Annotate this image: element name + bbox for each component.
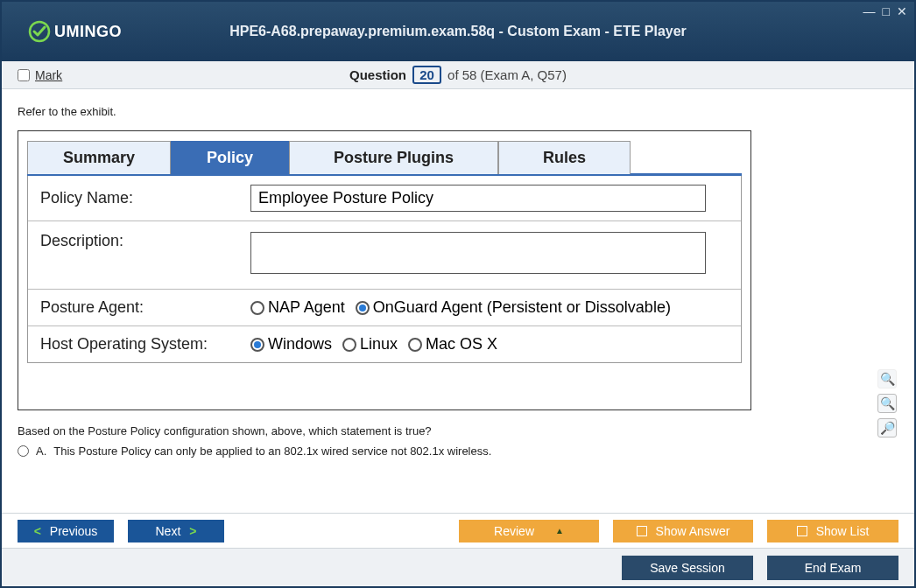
logo-text: UMINGO: [54, 23, 122, 41]
policy-name-label: Policy Name:: [40, 189, 250, 207]
tab-posture-plugins[interactable]: Posture Plugins: [289, 141, 498, 174]
session-footer: Save Session End Exam: [2, 548, 914, 586]
review-button[interactable]: Review▲: [459, 520, 599, 542]
close-button[interactable]: ✕: [897, 5, 907, 18]
checkbox-icon: [637, 526, 647, 536]
exhibit-image: Summary Policy Posture Plugins Rules Pol…: [18, 130, 751, 410]
row-policy-name: Policy Name:: [28, 176, 741, 221]
app-window: — □ ✕ UMINGO HPE6-A68.prepaway.premium.e…: [0, 0, 916, 588]
tab-rules[interactable]: Rules: [498, 141, 631, 174]
radio-macosx[interactable]: Mac OS X: [408, 335, 497, 354]
host-os-label: Host Operating System:: [40, 335, 250, 354]
tab-summary[interactable]: Summary: [27, 141, 171, 174]
question-stem: Based on the Posture Policy configuratio…: [18, 424, 898, 438]
zoom-out-icon[interactable]: 🔎: [877, 418, 897, 438]
radio-windows[interactable]: Windows: [250, 335, 332, 354]
logo: UMINGO: [28, 20, 122, 43]
answer-option-a[interactable]: A. This Posture Policy can only be appli…: [18, 444, 898, 458]
refer-text: Refer to the exhibit.: [18, 105, 898, 118]
show-list-button[interactable]: Show List: [767, 520, 898, 542]
row-posture-agent: Posture Agent: NAP Agent OnGuard Agent (…: [28, 290, 741, 326]
window-controls: — □ ✕: [863, 5, 907, 18]
mark-label[interactable]: Mark: [35, 68, 62, 82]
show-answer-button[interactable]: Show Answer: [613, 520, 753, 542]
policy-form: Policy Name: Description: Posture Agent:…: [27, 176, 742, 363]
chevron-left-icon: <: [34, 524, 41, 538]
zoom-in-icon[interactable]: 🔍: [877, 394, 897, 413]
checkbox-icon: [797, 526, 807, 536]
chevron-right-icon: >: [189, 524, 196, 538]
description-label: Description:: [40, 232, 250, 250]
posture-agent-label: Posture Agent:: [40, 298, 250, 317]
maximize-button[interactable]: □: [883, 5, 890, 18]
next-button[interactable]: Next>: [128, 520, 224, 542]
zoom-reset-icon[interactable]: 🔍: [877, 369, 897, 388]
logo-check-icon: [28, 20, 51, 43]
titlebar: — □ ✕ UMINGO HPE6-A68.prepaway.premium.e…: [2, 2, 914, 61]
radio-nap-agent[interactable]: NAP Agent: [250, 298, 345, 317]
tab-policy[interactable]: Policy: [171, 141, 289, 174]
previous-button[interactable]: <Previous: [18, 520, 114, 542]
minimize-button[interactable]: —: [863, 5, 876, 18]
answer-a-prefix: A.: [36, 444, 46, 458]
zoom-controls: 🔍 🔍 🔎: [877, 369, 897, 438]
radio-onguard-agent[interactable]: OnGuard Agent (Persistent or Dissolvable…: [356, 298, 671, 317]
question-counter: Question 20 of 58 (Exam A, Q57): [2, 66, 914, 84]
save-session-button[interactable]: Save Session: [622, 556, 753, 580]
row-description: Description:: [28, 221, 741, 290]
description-input[interactable]: [250, 232, 706, 274]
end-exam-button[interactable]: End Exam: [767, 556, 898, 580]
question-number: 20: [412, 66, 441, 84]
mark-checkbox[interactable]: [18, 69, 30, 81]
window-title: HPE6-A68.prepaway.premium.exam.58q - Cus…: [2, 24, 914, 39]
content-area: Refer to the exhibit. Summary Policy Pos…: [2, 89, 914, 513]
mark-checkbox-wrap[interactable]: Mark: [18, 68, 62, 82]
triangle-up-icon: ▲: [555, 526, 564, 536]
answer-a-text: This Posture Policy can only be applied …: [53, 444, 491, 458]
row-host-os: Host Operating System: Windows Linux Mac…: [28, 326, 741, 362]
question-bar: Mark Question 20 of 58 (Exam A, Q57): [2, 61, 914, 89]
policy-name-input[interactable]: [250, 185, 706, 212]
radio-icon[interactable]: [18, 445, 29, 457]
exhibit-tabs: Summary Policy Posture Plugins Rules: [27, 140, 742, 176]
nav-footer: <Previous Next> Review▲ Show Answer Show…: [2, 513, 914, 548]
radio-linux[interactable]: Linux: [342, 335, 398, 354]
